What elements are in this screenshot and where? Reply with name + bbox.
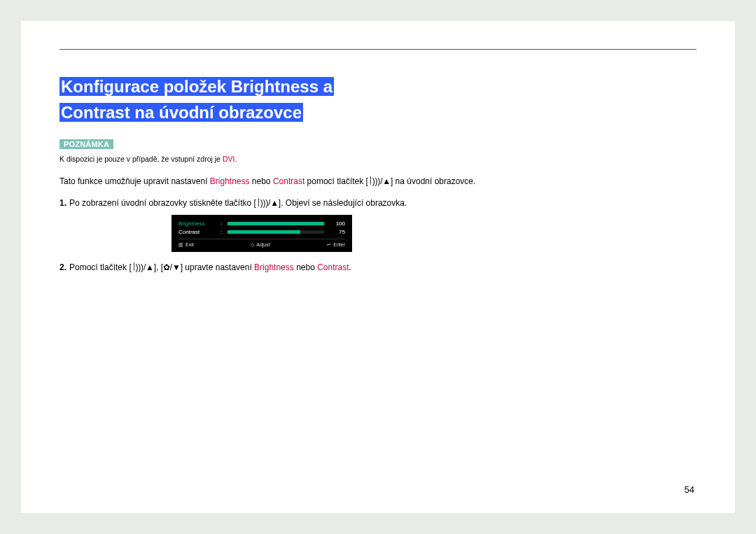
button-glyph-vol-up: ⏐︎)))/▲ <box>256 198 279 208</box>
title-line-1: Konfigurace položek Brightness a <box>59 77 334 96</box>
term-contrast: Contrast <box>317 262 349 272</box>
osd-enter: ↵Enter <box>327 241 345 248</box>
page-title: Konfigurace položek Brightness a Contras… <box>59 72 334 123</box>
osd-adjust: ◇Adjust <box>251 241 270 248</box>
intro-paragraph: Tato funkce umožňuje upravit nastavení B… <box>59 176 696 188</box>
term-contrast: Contrast <box>273 176 304 186</box>
term-brightness: Brightness <box>210 176 250 186</box>
document-page: Konfigurace položek Brightness a Contras… <box>21 21 735 513</box>
osd-exit: ▥Exit <box>178 241 194 248</box>
step-1: 1.Po zobrazení úvodní obrazovky stisknět… <box>59 197 696 252</box>
osd-footer: ▥Exit ◇Adjust ↵Enter <box>178 239 345 248</box>
osd-bar-contrast <box>227 230 324 234</box>
button-glyph-flower-down: ✿/▼ <box>163 262 181 272</box>
title-line-2: Contrast na úvodní obrazovce <box>59 103 303 122</box>
button-glyph-vol-up: ⏐︎)))/▲ <box>368 176 391 186</box>
osd-preview: Brightness : 100 Contrast : 75 ▥Exit ◇Ad… <box>172 215 352 251</box>
osd-bar-brightness <box>227 222 324 225</box>
osd-row-contrast: Contrast : 75 <box>178 227 345 236</box>
term-brightness: Brightness <box>254 262 294 272</box>
step-2: 2.Pomocí tlačítek [⏐︎)))/▲], [✿/▼] uprav… <box>59 262 696 274</box>
note-dvi-term: DVI <box>223 155 235 163</box>
osd-row-brightness: Brightness : 100 <box>178 219 345 227</box>
note-text: K dispozici je pouze v případě, že vstup… <box>59 154 696 164</box>
note-badge: POZNÁMKA <box>59 139 113 149</box>
page-number: 54 <box>685 484 694 495</box>
top-rule <box>59 49 696 50</box>
button-glyph-vol-up: ⏐︎)))/▲ <box>132 262 154 272</box>
steps-list: 1.Po zobrazení úvodní obrazovky stisknět… <box>59 197 696 274</box>
